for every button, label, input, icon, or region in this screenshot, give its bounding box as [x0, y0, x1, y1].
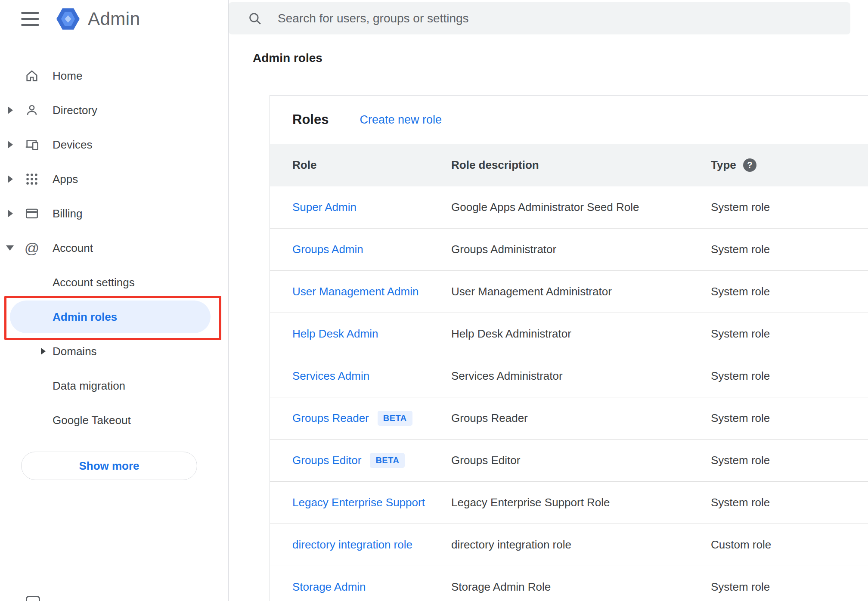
sidebar-item-label: Account — [53, 242, 93, 255]
role-description: Google Apps Administrator Seed Role — [451, 201, 711, 214]
sidebar-item-label: Google Takeout — [53, 414, 131, 427]
role-type: System role — [711, 201, 868, 214]
role-description: Groups Administrator — [451, 243, 711, 256]
sidebar-item-devices[interactable]: Devices — [0, 127, 228, 162]
chevron-right-icon[interactable] — [8, 106, 13, 114]
role-link[interactable]: Help Desk Admin — [292, 327, 378, 341]
sidebar-item-label: Directory — [53, 104, 97, 117]
role-description: Groups Reader — [451, 412, 711, 425]
sidebar-item-label: Apps — [53, 173, 78, 186]
table-row: Storage Admin Storage Admin Role System … — [270, 566, 868, 601]
hamburger-menu-icon[interactable] — [21, 12, 39, 26]
role-description: Legacy Enterprise Support Role — [451, 496, 711, 509]
cutoff-bottom-icon — [26, 596, 40, 601]
role-type: System role — [711, 496, 868, 509]
role-type: System role — [711, 454, 868, 467]
chevron-right-icon[interactable] — [8, 175, 13, 183]
role-description: User Management Administrator — [451, 285, 711, 298]
table-row: Groups Editor BETA Groups Editor System … — [270, 440, 868, 482]
role-type: System role — [711, 285, 868, 298]
sidebar-nav: Home Directory — [0, 59, 228, 437]
search-icon — [248, 11, 262, 26]
column-header-description: Role description — [451, 158, 711, 172]
role-link[interactable]: Storage Admin — [292, 580, 366, 594]
show-more-button[interactable]: Show more — [21, 452, 197, 480]
help-icon[interactable]: ? — [743, 158, 756, 172]
home-icon — [24, 68, 40, 84]
role-link[interactable]: directory integration role — [292, 538, 412, 551]
role-type: System role — [711, 369, 868, 383]
role-link[interactable]: Legacy Enterprise Support — [292, 496, 425, 509]
sidebar-item-label: Home — [53, 69, 82, 83]
app-title: Admin — [88, 9, 140, 29]
role-link[interactable]: Groups Editor — [292, 454, 361, 467]
google-admin-logo-icon[interactable] — [56, 7, 80, 31]
roles-card-header: Roles Create new role — [270, 96, 868, 144]
column-header-type-label: Type — [711, 158, 736, 172]
create-new-role-link[interactable]: Create new role — [360, 113, 442, 127]
role-type: System role — [711, 327, 868, 341]
table-row: User Management Admin User Management Ad… — [270, 271, 868, 313]
chevron-right-icon[interactable] — [8, 141, 13, 149]
breadcrumb: Admin roles — [253, 51, 322, 65]
devices-icon — [24, 136, 40, 153]
role-link[interactable]: User Management Admin — [292, 285, 418, 298]
role-type: Custom role — [711, 538, 868, 551]
role-description: Groups Editor — [451, 454, 711, 467]
role-description: Storage Admin Role — [451, 580, 711, 594]
table-row: Groups Admin Groups Administrator System… — [270, 229, 868, 271]
chevron-down-icon[interactable] — [6, 245, 14, 251]
sidebar-item-label: Domains — [53, 345, 97, 358]
chevron-right-icon[interactable] — [41, 348, 46, 355]
payment-card-icon — [24, 205, 40, 222]
sidebar: Admin Home — [0, 0, 229, 601]
at-symbol-icon: @ — [24, 240, 40, 256]
sidebar-item-label: Account settings — [53, 276, 135, 289]
table-row: Groups Reader BETA Groups Reader System … — [270, 397, 868, 440]
column-header-role: Role — [292, 158, 451, 172]
roles-card: Roles Create new role Role Role descript… — [270, 95, 868, 601]
beta-badge: BETA — [378, 411, 412, 426]
table-row: Super Admin Google Apps Administrator Se… — [270, 186, 868, 229]
sidebar-item-home[interactable]: Home — [0, 59, 228, 93]
person-icon — [24, 102, 40, 118]
apps-grid-icon — [24, 171, 40, 187]
role-link[interactable]: Groups Admin — [292, 243, 363, 256]
table-header-row: Role Role description Type ? — [270, 144, 868, 186]
search-input[interactable] — [278, 12, 850, 25]
role-description: directory integration role — [451, 538, 711, 551]
page-title: Roles — [292, 112, 329, 127]
search-bar[interactable] — [229, 2, 850, 34]
table-row: Services Admin Services Administrator Sy… — [270, 355, 868, 397]
sidebar-item-account-settings[interactable]: Account settings — [0, 265, 228, 300]
sidebar-item-label: Devices — [53, 138, 92, 152]
sidebar-item-data-migration[interactable]: Data migration — [0, 369, 228, 403]
table-row: directory integration role directory int… — [270, 524, 868, 566]
main-content: Admin roles Roles Create new role Role R… — [229, 0, 868, 601]
chevron-right-icon[interactable] — [8, 210, 13, 217]
sidebar-item-google-takeout[interactable]: Google Takeout — [0, 403, 228, 437]
role-description: Services Administrator — [451, 369, 711, 383]
sidebar-item-domains[interactable]: Domains — [0, 334, 228, 369]
sidebar-item-label: Data migration — [53, 379, 125, 393]
role-type: System role — [711, 580, 868, 594]
sidebar-header: Admin — [0, 0, 228, 38]
admin-console-screen: Admin Home — [0, 0, 868, 601]
column-header-type: Type ? — [711, 158, 868, 172]
header-divider — [229, 76, 868, 76]
role-link[interactable]: Services Admin — [292, 369, 369, 383]
role-type: System role — [711, 412, 868, 425]
table-row: Legacy Enterprise Support Legacy Enterpr… — [270, 482, 868, 524]
sidebar-item-admin-roles[interactable]: Admin roles — [0, 300, 228, 334]
role-link[interactable]: Groups Reader — [292, 412, 369, 425]
sidebar-item-directory[interactable]: Directory — [0, 93, 228, 127]
table-row: Help Desk Admin Help Desk Administrator … — [270, 313, 868, 355]
sidebar-item-account[interactable]: @ Account — [0, 231, 228, 265]
sidebar-item-label: Billing — [53, 207, 82, 220]
sidebar-item-apps[interactable]: Apps — [0, 162, 228, 196]
sidebar-item-billing[interactable]: Billing — [0, 196, 228, 231]
role-link[interactable]: Super Admin — [292, 201, 356, 214]
role-type: System role — [711, 243, 868, 256]
beta-badge: BETA — [370, 453, 405, 468]
role-description: Help Desk Administrator — [451, 327, 711, 341]
